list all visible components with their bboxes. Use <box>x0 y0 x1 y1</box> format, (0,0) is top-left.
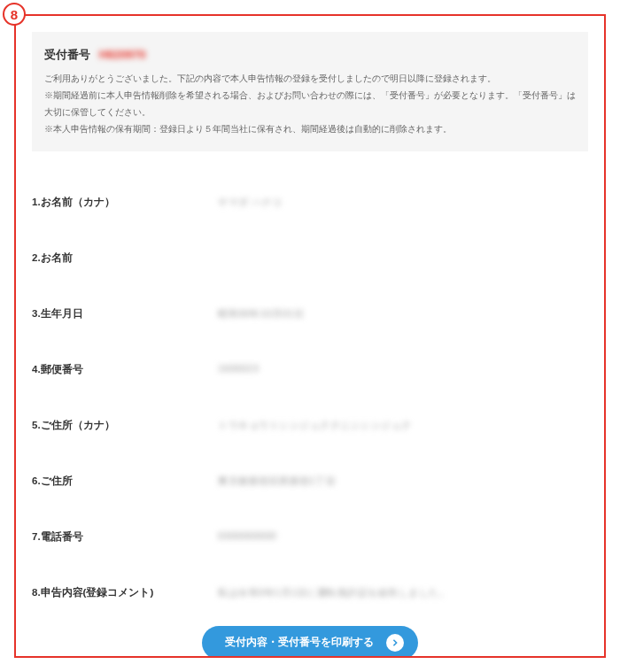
field-label-birthdate: 3.生年月日 <box>32 307 218 321</box>
field-row: 2.お名前 <box>32 251 588 265</box>
field-row: 1.お名前（カナ） ヤマダ ハナコ <box>32 196 588 209</box>
button-wrap: 受付内容・受付番号を印刷する <box>32 626 588 658</box>
field-value-birthdate: 昭和30年10月01日 <box>218 307 304 321</box>
field-label-address: 6.ご住所 <box>32 475 218 488</box>
field-label-name-kana: 1.お名前（カナ） <box>32 196 218 209</box>
field-label-address-kana: 5.ご住所（カナ） <box>32 419 218 432</box>
field-label-comment: 8.申告内容(登録コメント) <box>32 586 218 599</box>
field-row: 6.ご住所 東京都新宿区西新宿1丁目 <box>32 475 588 488</box>
field-value-address: 東京都新宿区西新宿1丁目 <box>218 475 336 488</box>
info-line-3: ※本人申告情報の保有期間：登録日より５年間当社に保有され、期間経過後は自動的に削… <box>44 120 576 137</box>
print-button-label: 受付内容・受付番号を印刷する <box>225 635 374 650</box>
field-value-phone: 0300000000 <box>218 530 276 541</box>
field-value-address-kana: トウキョウトシンジュククニシシンジュク <box>218 419 412 432</box>
field-label-phone: 7.電話番号 <box>32 530 218 544</box>
field-value-name-kana: ヤマダ ハナコ <box>218 196 283 209</box>
confirmation-info-box: 受付番号 H820970 ご利用ありがとうございました。下記の内容で本人申告情報… <box>32 32 588 151</box>
step-badge: 8 <box>3 3 26 26</box>
info-line-2: ※期間経過前に本人申告情報削除を希望される場合、およびお問い合わせの際には、「受… <box>44 87 576 120</box>
field-row: 4.郵便番号 1600023 <box>32 363 588 376</box>
print-button[interactable]: 受付内容・受付番号を印刷する <box>202 626 418 658</box>
field-row: 5.ご住所（カナ） トウキョウトシンジュククニシシンジュク <box>32 419 588 432</box>
field-value-comment: 私は令和3年1月1日に運転免許証を紛失しました。 <box>218 586 449 599</box>
fields-list: 1.お名前（カナ） ヤマダ ハナコ 2.お名前 3.生年月日 昭和30年10月0… <box>32 196 588 599</box>
receipt-heading-text: 受付番号 <box>44 48 90 61</box>
receipt-heading: 受付番号 H820970 <box>44 44 576 66</box>
chevron-right-icon <box>386 634 404 652</box>
step-number: 8 <box>11 7 18 22</box>
receipt-number: H820970 <box>99 48 146 61</box>
main-frame: 受付番号 H820970 ご利用ありがとうございました。下記の内容で本人申告情報… <box>14 14 606 658</box>
field-row: 7.電話番号 0300000000 <box>32 530 588 544</box>
field-label-name: 2.お名前 <box>32 251 218 265</box>
info-line-1: ご利用ありがとうございました。下記の内容で本人申告情報の登録を受付しましたので明… <box>44 70 576 87</box>
field-label-postal: 4.郵便番号 <box>32 363 218 376</box>
field-row: 3.生年月日 昭和30年10月01日 <box>32 307 588 321</box>
field-value-postal: 1600023 <box>218 363 259 374</box>
field-row: 8.申告内容(登録コメント) 私は令和3年1月1日に運転免許証を紛失しました。 <box>32 586 588 599</box>
